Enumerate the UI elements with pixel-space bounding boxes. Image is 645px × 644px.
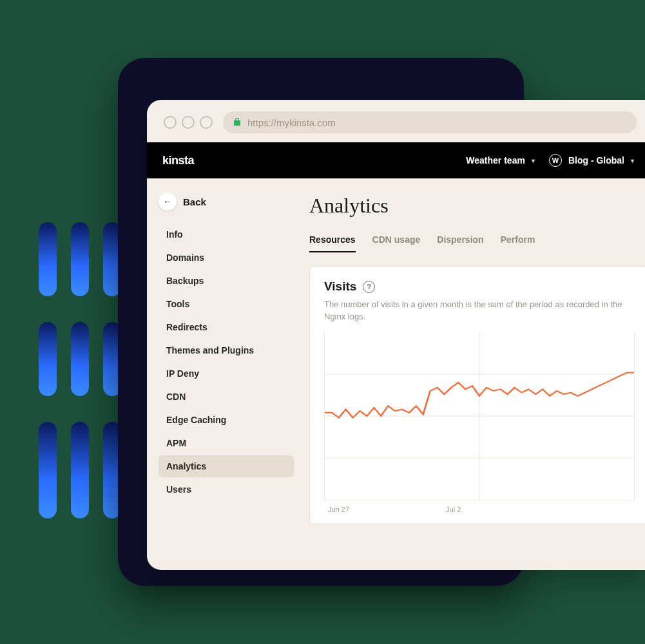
- back-row[interactable]: ← Back: [159, 193, 294, 211]
- sidebar-item-analytics[interactable]: Analytics: [159, 455, 294, 477]
- sidebar-item-edge-caching[interactable]: Edge Caching: [159, 409, 294, 431]
- wordpress-icon: W: [549, 154, 562, 167]
- page-title: Analytics: [309, 194, 645, 218]
- address-bar[interactable]: https://mykinsta.com: [223, 111, 637, 133]
- traffic-lights: [164, 116, 213, 129]
- sidebar-item-users[interactable]: Users: [159, 478, 294, 500]
- chevron-down-icon: ▾: [631, 157, 634, 164]
- back-arrow-icon: ←: [159, 193, 177, 211]
- sidebar: ← Back InfoDomainsBackupsToolsRedirectsT…: [147, 178, 302, 570]
- sidebar-menu: InfoDomainsBackupsToolsRedirectsThemes a…: [159, 223, 294, 500]
- back-label: Back: [183, 196, 206, 207]
- sidebar-item-cdn[interactable]: CDN: [159, 386, 294, 408]
- sidebar-item-domains[interactable]: Domains: [159, 247, 294, 269]
- x-tick: Jul 2: [446, 506, 461, 513]
- sidebar-item-tools[interactable]: Tools: [159, 293, 294, 315]
- panel-title: Visits: [324, 279, 356, 294]
- tab-dispersion[interactable]: Dispersion: [437, 234, 483, 252]
- sidebar-item-themes-and-plugins[interactable]: Themes and Plugins: [159, 339, 294, 361]
- decorative-bar: [39, 422, 57, 518]
- main-content: Analytics ResourcesCDN usageDispersionPe…: [302, 178, 645, 570]
- lock-icon: [233, 117, 241, 128]
- chart-x-labels: Jun 27 Jul 2: [324, 500, 635, 516]
- sidebar-item-backups[interactable]: Backups: [159, 270, 294, 292]
- top-nav: kinsta Weather team ▾ W Blog - Global ▾: [147, 142, 645, 178]
- browser-window: https://mykinsta.com kinsta Weather team…: [147, 100, 645, 570]
- tab-perform[interactable]: Perform: [501, 234, 535, 252]
- decorative-bar: [71, 322, 89, 396]
- decorative-bar: [39, 322, 57, 396]
- url-text: https://mykinsta.com: [247, 117, 336, 128]
- visits-chart: [324, 332, 635, 500]
- sidebar-item-info[interactable]: Info: [159, 223, 294, 245]
- decorative-bar: [71, 422, 89, 518]
- traffic-light-icon: [182, 116, 195, 129]
- traffic-light-icon: [200, 116, 213, 129]
- team-selector-label: Weather team: [466, 155, 525, 166]
- visits-panel: Visits ? The number of visits in a given…: [309, 266, 645, 524]
- chevron-down-icon: ▾: [532, 157, 535, 164]
- tab-cdn-usage[interactable]: CDN usage: [372, 234, 421, 252]
- help-icon[interactable]: ?: [363, 281, 375, 293]
- panel-description: The number of visits in a given month is…: [324, 299, 635, 323]
- x-tick: Jun 27: [328, 506, 349, 513]
- decorative-bar: [71, 222, 89, 296]
- team-selector[interactable]: Weather team ▾: [466, 155, 535, 166]
- sidebar-item-redirects[interactable]: Redirects: [159, 316, 294, 338]
- site-selector[interactable]: W Blog - Global ▾: [549, 154, 634, 167]
- browser-chrome: https://mykinsta.com: [147, 100, 645, 142]
- sidebar-item-apm[interactable]: APM: [159, 432, 294, 454]
- brand-logo: kinsta: [162, 154, 194, 167]
- tab-resources[interactable]: Resources: [309, 234, 356, 252]
- tab-bar: ResourcesCDN usageDispersionPerform: [309, 234, 645, 253]
- site-selector-label: Blog - Global: [568, 155, 624, 166]
- sidebar-item-ip-deny[interactable]: IP Deny: [159, 363, 294, 384]
- traffic-light-icon: [164, 116, 177, 129]
- decorative-bar: [39, 222, 57, 296]
